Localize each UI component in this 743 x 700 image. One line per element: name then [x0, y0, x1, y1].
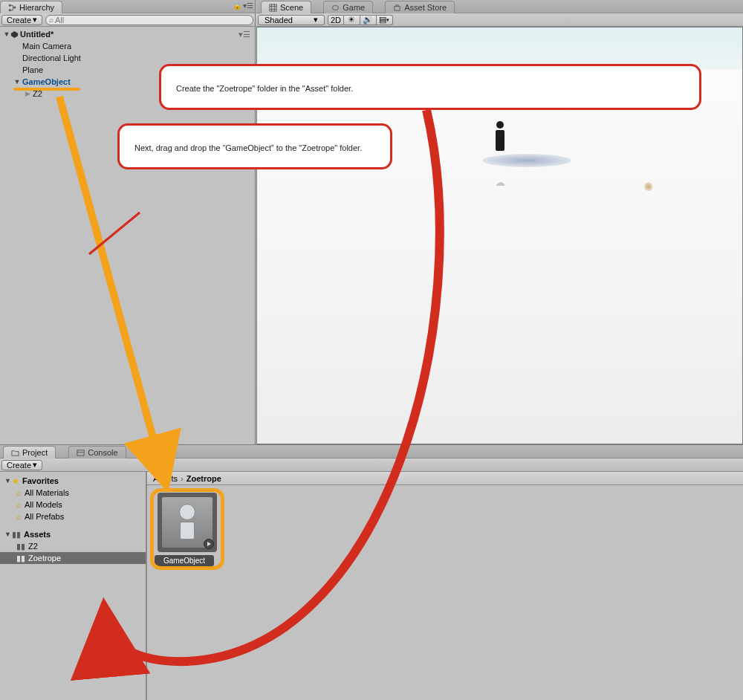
svg-marker-3	[11, 31, 18, 38]
toggle-audio[interactable]: 🔊	[360, 15, 377, 25]
hierarchy-item-label: Main Camera	[21, 42, 71, 51]
svg-rect-1	[9, 10, 11, 12]
dropdown-icon: ▾	[386, 17, 389, 23]
tab-project[interactable]: Project	[3, 446, 56, 458]
unity-logo-icon	[10, 30, 19, 39]
search-icon: ⌕	[16, 500, 22, 509]
foldout-icon[interactable]: ▼	[4, 531, 12, 538]
tab-scene-label: Scene	[280, 3, 303, 12]
favorite-item-label: All Models	[25, 500, 62, 509]
scene-icon	[269, 3, 277, 13]
svg-rect-9	[395, 7, 400, 11]
assets-label: Assets	[24, 530, 51, 539]
light-gizmo-icon: ✺	[643, 180, 653, 194]
prefab-preview-icon	[175, 504, 200, 541]
project-content: Assets › Zoetrope GameObject	[147, 472, 743, 700]
favorite-all-models[interactable]: ⌕ All Models	[0, 499, 146, 511]
play-badge-icon	[204, 539, 214, 549]
breadcrumb-current[interactable]: Zoetrope	[186, 474, 221, 483]
favorites-label: Favorites	[22, 476, 59, 485]
scene-name-label: Untitled*	[19, 30, 53, 39]
annotation-callout-2: Next, drag and drop the “GameObject” to …	[117, 123, 392, 169]
tab-hierarchy[interactable]: Hierarchy	[0, 1, 62, 13]
scene-menu-icon[interactable]: ▾☰	[239, 30, 250, 39]
dropdown-icon: ▾	[33, 460, 37, 470]
callout-text: Create the "Zoetrope" folder in the "Ass…	[176, 84, 353, 93]
highlight-underline	[13, 88, 80, 91]
favorite-all-materials[interactable]: ⌕ All Materials	[0, 487, 146, 499]
breadcrumb: Assets › Zoetrope	[147, 472, 743, 485]
viewport-shadow	[482, 154, 571, 167]
hierarchy-item-directional-light[interactable]: Directional Light	[0, 52, 255, 64]
tab-scene[interactable]: Scene	[261, 1, 311, 13]
tab-hierarchy-label: Hierarchy	[19, 3, 54, 12]
tab-console[interactable]: Console	[68, 446, 126, 458]
hierarchy-item-label: Directional Light	[21, 54, 81, 62]
project-tab-row: Project Console	[0, 445, 743, 458]
favorites-header[interactable]: ▼ ★ Favorites	[0, 475, 146, 487]
toggle-2d-label: 2D	[331, 16, 341, 25]
tab-asset-store[interactable]: Asset Store	[385, 1, 455, 13]
create-button[interactable]: Create ▾	[1, 15, 42, 25]
toggle-lighting[interactable]: ☀	[344, 15, 360, 25]
foldout-icon[interactable]: ▼	[4, 477, 12, 485]
foldout-icon[interactable]: ▶	[24, 90, 31, 97]
sun-icon: ☀	[348, 15, 355, 25]
chevron-right-icon: ›	[181, 474, 184, 483]
lock-icon[interactable]: 🔒	[233, 1, 241, 10]
project-tree: ▼ ★ Favorites ⌕ All Materials ⌕ All Mode…	[0, 472, 147, 700]
hierarchy-item-main-camera[interactable]: Main Camera	[0, 40, 255, 52]
game-icon	[331, 3, 340, 13]
image-icon: ▤	[379, 15, 386, 25]
shading-mode-label: Shaded	[265, 16, 293, 25]
search-icon: ⌕	[16, 512, 22, 521]
cloud-gizmo-icon: ☁	[495, 176, 505, 188]
scene-tab-row: Scene Game Asset Store	[256, 0, 743, 13]
svg-rect-2	[13, 7, 16, 9]
asset-thumbnail	[158, 493, 217, 552]
create-button-label: Create	[7, 461, 31, 470]
hierarchy-search-input[interactable]: ⌕ All	[45, 15, 253, 25]
favorite-item-label: All Materials	[25, 488, 69, 497]
svg-rect-4	[270, 4, 276, 11]
project-create-button[interactable]: Create ▾	[1, 460, 42, 470]
svg-rect-10	[77, 450, 84, 456]
star-icon: ★	[12, 476, 19, 486]
project-icon	[11, 448, 19, 458]
project-toolbar: Create ▾	[0, 458, 743, 472]
folder-z2[interactable]: ▮▮ Z2	[0, 540, 146, 552]
hierarchy-scene-row[interactable]: ▼ Untitled* ▾☰	[0, 28, 255, 40]
hierarchy-icon	[8, 3, 16, 13]
favorite-all-prefabs[interactable]: ⌕ All Prefabs	[0, 511, 146, 522]
tab-console-label: Console	[88, 448, 117, 457]
breadcrumb-root[interactable]: Assets	[153, 474, 178, 483]
folder-icon: ▮▮	[16, 542, 25, 551]
tab-game-label: Game	[343, 3, 365, 12]
viewport-sky	[257, 27, 742, 69]
hierarchy-item-label: GameObject	[21, 77, 71, 86]
panel-menu-icon[interactable]: ▾☰	[243, 1, 253, 10]
scene-toolbar: Shaded ▾ 2D ☀ 🔊 ▤▾	[256, 13, 743, 27]
hierarchy-tab-row: Hierarchy 🔒 ▾☰	[0, 0, 255, 13]
toggle-fx[interactable]: ▤▾	[377, 15, 393, 25]
foldout-icon[interactable]: ▼	[13, 78, 21, 85]
viewport-character	[493, 121, 507, 151]
folder-label: Zoetrope	[28, 554, 61, 563]
callout-text: Next, drag and drop the “GameObject” to …	[134, 143, 362, 152]
dropdown-icon: ▾	[314, 15, 318, 25]
tab-asset-store-label: Asset Store	[404, 3, 447, 12]
console-icon	[77, 448, 85, 458]
shading-mode-dropdown[interactable]: Shaded ▾	[258, 15, 325, 25]
asset-grid: GameObject	[147, 485, 743, 574]
tab-project-label: Project	[22, 448, 48, 457]
create-button-label: Create	[7, 16, 31, 25]
assets-header[interactable]: ▼ ▮▮ Assets	[0, 528, 146, 540]
foldout-icon[interactable]: ▼	[3, 30, 10, 38]
tab-game[interactable]: Game	[323, 1, 373, 13]
toggle-2d[interactable]: 2D	[328, 15, 344, 25]
folder-label: Z2	[28, 542, 38, 551]
search-icon: ⌕	[16, 488, 22, 497]
favorite-item-label: All Prefabs	[25, 512, 64, 521]
folder-zoetrope[interactable]: ▮▮ Zoetrope	[0, 552, 146, 564]
asset-tile-gameobject[interactable]: GameObject	[155, 493, 220, 566]
